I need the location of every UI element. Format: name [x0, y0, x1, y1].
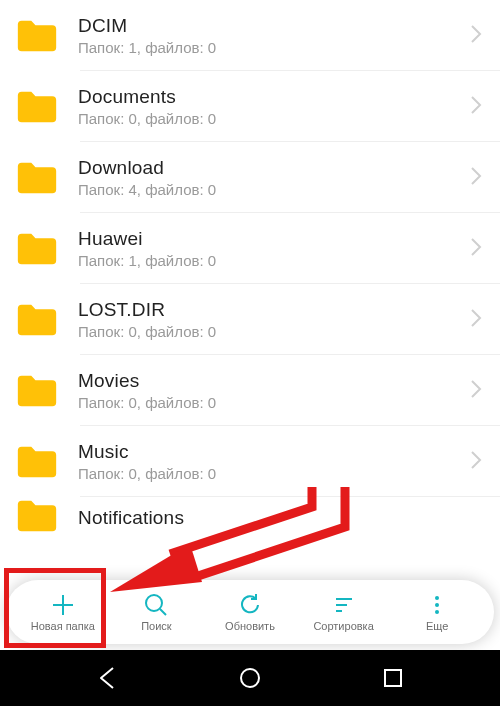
nav-back-button[interactable] — [73, 665, 143, 691]
folder-icon — [10, 229, 64, 269]
nav-home-button[interactable] — [215, 665, 285, 691]
folder-icon — [10, 371, 64, 411]
folder-row[interactable]: Music Папок: 0, файлов: 0 — [0, 426, 500, 497]
refresh-icon — [235, 590, 265, 620]
svg-point-7 — [435, 596, 439, 600]
folder-row[interactable]: LOST.DIR Папок: 0, файлов: 0 — [0, 284, 500, 355]
folder-icon — [10, 16, 64, 56]
android-navbar — [0, 650, 500, 706]
nav-recent-button[interactable] — [358, 666, 428, 690]
sort-button[interactable]: Сортировка — [297, 586, 391, 636]
folder-name: Music — [78, 441, 462, 463]
folder-row[interactable]: Download Папок: 4, файлов: 0 — [0, 142, 500, 213]
chevron-right-icon — [462, 306, 482, 334]
toolbar-label: Сортировка — [313, 620, 373, 632]
folder-body: LOST.DIR Папок: 0, файлов: 0 — [78, 299, 462, 340]
chevron-right-icon — [462, 22, 482, 50]
svg-point-2 — [146, 595, 162, 611]
plus-icon — [48, 590, 78, 620]
folder-meta: Папок: 0, файлов: 0 — [78, 465, 462, 482]
folder-icon — [10, 300, 64, 340]
folder-body: Documents Папок: 0, файлов: 0 — [78, 86, 462, 127]
folder-meta: Папок: 0, файлов: 0 — [78, 110, 462, 127]
folder-row[interactable]: Movies Папок: 0, файлов: 0 — [0, 355, 500, 426]
folder-meta: Папок: 0, файлов: 0 — [78, 323, 462, 340]
folder-name: DCIM — [78, 15, 462, 37]
folder-body: DCIM Папок: 1, файлов: 0 — [78, 15, 462, 56]
folder-row[interactable]: Notifications — [0, 497, 500, 533]
chevron-right-icon — [462, 93, 482, 121]
more-button[interactable]: Еще — [390, 586, 484, 636]
folder-body: Music Папок: 0, файлов: 0 — [78, 441, 462, 482]
refresh-button[interactable]: Обновить — [203, 586, 297, 636]
folder-meta: Папок: 0, файлов: 0 — [78, 394, 462, 411]
toolbar-label: Обновить — [225, 620, 275, 632]
folder-icon — [10, 442, 64, 482]
svg-point-8 — [435, 603, 439, 607]
chevron-right-icon — [462, 235, 482, 263]
sort-icon — [329, 590, 359, 620]
folder-name: Download — [78, 157, 462, 179]
folder-list: DCIM Папок: 1, файлов: 0 Documents Папок… — [0, 0, 500, 598]
svg-line-3 — [160, 609, 166, 615]
folder-icon — [10, 158, 64, 198]
folder-name: LOST.DIR — [78, 299, 462, 321]
folder-name: Movies — [78, 370, 462, 392]
bottom-toolbar: Новая папка Поиск Обновить Сортировка Ещ… — [6, 580, 494, 644]
folder-name: Notifications — [78, 507, 482, 529]
chevron-right-icon — [462, 448, 482, 476]
toolbar-label: Еще — [426, 620, 448, 632]
folder-body: Notifications — [78, 507, 482, 529]
svg-point-9 — [435, 610, 439, 614]
svg-point-10 — [241, 669, 259, 687]
folder-name: Documents — [78, 86, 462, 108]
folder-body: Download Папок: 4, файлов: 0 — [78, 157, 462, 198]
folder-row[interactable]: DCIM Папок: 1, файлов: 0 — [0, 0, 500, 71]
toolbar-label: Поиск — [141, 620, 171, 632]
folder-body: Huawei Папок: 1, файлов: 0 — [78, 228, 462, 269]
more-vertical-icon — [422, 590, 452, 620]
svg-rect-11 — [385, 670, 401, 686]
toolbar-label: Новая папка — [31, 620, 95, 632]
folder-meta: Папок: 1, файлов: 0 — [78, 252, 462, 269]
new-folder-button[interactable]: Новая папка — [16, 586, 110, 636]
chevron-right-icon — [462, 164, 482, 192]
folder-row[interactable]: Documents Папок: 0, файлов: 0 — [0, 71, 500, 142]
folder-body: Movies Папок: 0, файлов: 0 — [78, 370, 462, 411]
chevron-right-icon — [462, 377, 482, 405]
folder-name: Huawei — [78, 228, 462, 250]
folder-row[interactable]: Huawei Папок: 1, файлов: 0 — [0, 213, 500, 284]
folder-meta: Папок: 1, файлов: 0 — [78, 39, 462, 56]
search-button[interactable]: Поиск — [110, 586, 204, 636]
folder-icon — [10, 500, 64, 533]
folder-meta: Папок: 4, файлов: 0 — [78, 181, 462, 198]
search-icon — [141, 590, 171, 620]
folder-icon — [10, 87, 64, 127]
